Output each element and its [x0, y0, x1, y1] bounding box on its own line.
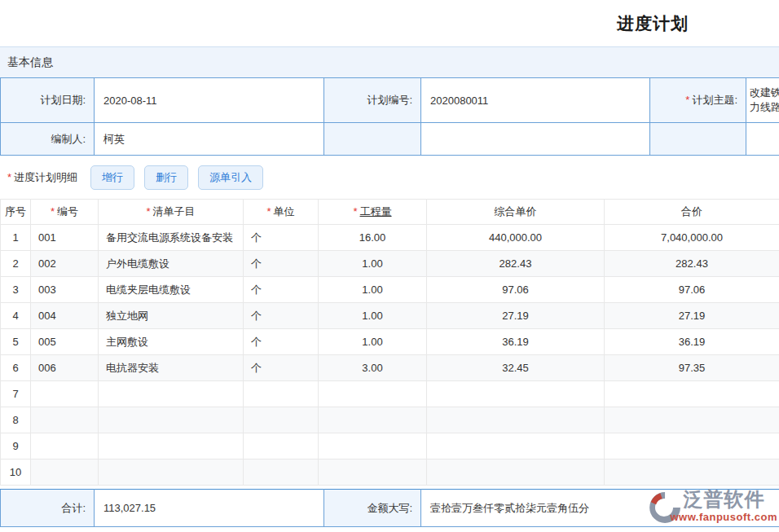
grid-cell-total[interactable]: 36.19	[605, 329, 779, 355]
plan-date-label-text: 计划日期:	[40, 94, 86, 106]
progress-plan-page: 进度计划 基本信息 计划日期: 2020-08-11 计划编号: 2020080…	[0, 0, 779, 527]
grid-cell-unit[interactable]	[244, 381, 319, 407]
grid-cell-item[interactable]	[99, 381, 244, 407]
row-index: 9	[1, 433, 31, 459]
grid-cell-total[interactable]	[605, 433, 779, 459]
title-bar: 进度计划	[0, 0, 779, 46]
plan-subject-label: *计划主题:	[650, 78, 746, 123]
page-title: 进度计划	[617, 12, 689, 35]
grid-cell-quantity[interactable]: 16.00	[319, 225, 427, 251]
detail-table: 序号*编号*清单子目*单位*工程量综合单价合价 1001备用交流电源系统设备安装…	[0, 199, 779, 486]
grid-cell-unit[interactable]: 个	[244, 225, 319, 251]
grid-cell-item[interactable]: 独立地网	[99, 303, 244, 329]
grid-cell-quantity[interactable]: 3.00	[319, 355, 427, 381]
grid-cell-item[interactable]: 备用交流电源系统设备安装	[99, 225, 244, 251]
grid-cell-unit_price[interactable]	[427, 407, 605, 433]
grid-cell-quantity[interactable]: 1.00	[319, 303, 427, 329]
grid-cell-unit[interactable]	[244, 407, 319, 433]
grid-cell-unit_price[interactable]: 282.43	[427, 251, 605, 277]
grid-cell-unit[interactable]	[244, 433, 319, 459]
grid-cell-code[interactable]: 002	[31, 251, 99, 277]
col-header-quantity[interactable]: *工程量	[319, 200, 427, 225]
grid-cell-code[interactable]	[31, 459, 99, 486]
grid-cell-item[interactable]: 主网敷设	[99, 329, 244, 355]
col-header-unit_price: 综合单价	[427, 200, 605, 225]
plan-code-value[interactable]: 2020080011	[421, 78, 650, 123]
grid-cell-total[interactable]	[605, 381, 779, 407]
plan-subject-value[interactable]: 改建铁力线路	[746, 78, 779, 123]
grid-cell-item[interactable]: 电缆夹层电缆敷设	[99, 277, 244, 303]
grid-cell-item[interactable]	[99, 459, 244, 486]
grid-cell-code[interactable]: 003	[31, 277, 99, 303]
detail-section-label: 进度计划明细	[14, 170, 77, 185]
grid-cell-quantity[interactable]: 1.00	[319, 277, 427, 303]
grid-cell-item[interactable]	[99, 407, 244, 433]
grid-cell-code[interactable]: 001	[31, 225, 99, 251]
plan-code-label: 计划编号:	[324, 78, 421, 123]
grid-cell-unit_price[interactable]: 36.19	[427, 329, 605, 355]
grid-cell-unit_price[interactable]	[427, 459, 605, 486]
col-header-total: 合价	[605, 200, 779, 225]
grid-cell-unit[interactable]: 个	[244, 329, 319, 355]
table-row: 4004独立地网个1.0027.1927.19	[1, 303, 779, 329]
col-header-label: 综合单价	[495, 205, 537, 218]
grid-cell-quantity[interactable]: 1.00	[319, 251, 427, 277]
basic-info-form: 计划日期: 2020-08-11 计划编号: 2020080011 *计划主题:…	[0, 77, 779, 156]
grid-cell-code[interactable]: 004	[31, 303, 99, 329]
required-asterisk: *	[266, 205, 271, 218]
grid-cell-code[interactable]	[31, 381, 99, 407]
grid-cell-total[interactable]	[605, 459, 779, 486]
grid-cell-unit[interactable]: 个	[244, 303, 319, 329]
basic-info-section-header: 基本信息	[0, 46, 779, 77]
table-row: 9	[1, 433, 779, 459]
table-row: 5005主网敷设个1.0036.1936.19	[1, 329, 779, 355]
grid-cell-quantity[interactable]	[319, 407, 427, 433]
grid-cell-item[interactable]	[99, 433, 244, 459]
creator-value[interactable]: 柯英	[95, 123, 324, 156]
grid-cell-unit_price[interactable]	[427, 381, 605, 407]
grid-cell-unit[interactable]: 个	[244, 277, 319, 303]
grid-cell-unit_price[interactable]: 27.19	[427, 303, 605, 329]
grid-cell-unit_price[interactable]	[427, 433, 605, 459]
plan-subject-label-text: 计划主题:	[692, 94, 737, 106]
grid-cell-item[interactable]: 户外电缆敷设	[99, 251, 244, 277]
grid-cell-unit[interactable]	[244, 459, 319, 486]
col-header-label: 单位	[274, 205, 295, 218]
required-asterisk: *	[146, 205, 150, 218]
grid-cell-code[interactable]	[31, 433, 99, 459]
grid-cell-unit[interactable]: 个	[244, 355, 319, 381]
grid-cell-unit_price[interactable]: 97.06	[427, 277, 605, 303]
grid-cell-code[interactable]	[31, 407, 99, 433]
grid-cell-quantity[interactable]	[319, 459, 427, 486]
grid-cell-unit[interactable]: 个	[244, 251, 319, 277]
plan-date-value[interactable]: 2020-08-11	[95, 78, 324, 123]
grid-cell-code[interactable]: 006	[31, 355, 99, 381]
grid-cell-total[interactable]: 282.43	[605, 251, 779, 277]
table-row: 1001备用交流电源系统设备安装个16.00440,000.007,040,00…	[1, 225, 779, 251]
grid-cell-total[interactable]: 7,040,000.00	[605, 225, 779, 251]
table-row: 3003电缆夹层电缆敷设个1.0097.0697.06	[1, 277, 779, 303]
add-row-button[interactable]: 增行	[90, 165, 134, 190]
grid-cell-unit_price[interactable]: 440,000.00	[427, 225, 605, 251]
required-asterisk: *	[685, 94, 689, 106]
creator-label: 编制人:	[1, 123, 95, 156]
grid-cell-quantity[interactable]	[319, 433, 427, 459]
grid-cell-quantity[interactable]: 1.00	[319, 329, 427, 355]
grid-cell-item[interactable]: 电抗器安装	[99, 355, 244, 381]
col-header-item: *清单子目	[99, 200, 244, 225]
total-label-text: 合计:	[61, 502, 86, 514]
row-index: 2	[1, 251, 31, 277]
grid-cell-quantity[interactable]	[319, 381, 427, 407]
delete-row-button[interactable]: 删行	[144, 165, 188, 190]
grid-cell-total[interactable]: 97.35	[605, 355, 779, 381]
detail-table-header-row: 序号*编号*清单子目*单位*工程量综合单价合价	[1, 200, 779, 225]
watermark-url: www.fanpusoft.com	[670, 511, 777, 523]
amount-words-label: 金额大写:	[324, 490, 421, 527]
grid-cell-total[interactable]	[605, 407, 779, 433]
grid-cell-unit_price[interactable]: 32.45	[427, 355, 605, 381]
row-index: 8	[1, 407, 31, 433]
import-source-button[interactable]: 源单引入	[198, 165, 263, 190]
grid-cell-code[interactable]: 005	[31, 329, 99, 355]
grid-cell-total[interactable]: 27.19	[605, 303, 779, 329]
grid-cell-total[interactable]: 97.06	[605, 277, 779, 303]
